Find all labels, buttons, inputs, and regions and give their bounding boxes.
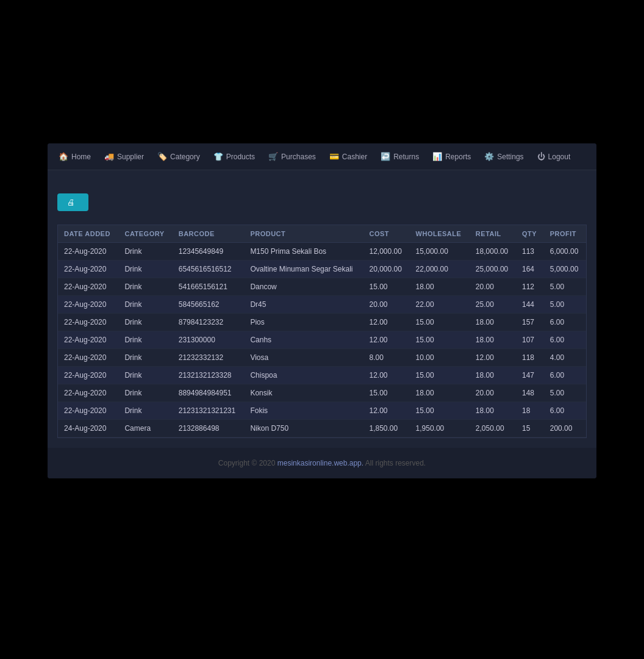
cell-cost: 12.00: [363, 402, 409, 420]
col-header-category: CATEGORY: [118, 225, 172, 243]
print-button[interactable]: 🖨: [57, 193, 88, 211]
col-header-wholesale: WHOLESALE: [410, 225, 470, 243]
cell-product: Konsik: [244, 384, 363, 402]
cell-wholesale: 15,000.00: [410, 243, 470, 261]
cell-retail: 18.00: [470, 314, 516, 331]
cell-profit: 5.00: [544, 384, 586, 402]
home-icon: 🏠: [59, 152, 68, 161]
nav-item-reports[interactable]: 📊Reports: [426, 148, 477, 165]
nav-item-products[interactable]: 👕Products: [207, 148, 261, 165]
nav-label-returns: Returns: [393, 153, 419, 161]
reports-icon: 📊: [432, 152, 442, 161]
cell-date_added: 22-Aug-2020: [58, 243, 118, 261]
cell-qty: 164: [516, 261, 544, 278]
nav-item-supplier[interactable]: 🚚Supplier: [98, 148, 150, 165]
table-row: 22-Aug-2020Drink21231321321231Fokis12.00…: [58, 402, 586, 420]
cell-cost: 1,850.00: [363, 420, 409, 438]
cell-wholesale: 15.00: [410, 314, 470, 331]
footer-suffix: All rights reserved.: [363, 459, 426, 467]
cell-qty: 18: [516, 402, 544, 420]
table-row: 22-Aug-2020Drink6545616516512Ovaltine Mi…: [58, 261, 586, 278]
app-container: 🏠Home🚚Supplier🏷️Category👕Products🛒Purcha…: [48, 143, 596, 478]
cell-barcode: 5845665162: [173, 296, 245, 314]
cell-qty: 15: [516, 420, 544, 438]
main-content: 🖨 DATE ADDEDCATEGORYBARCODEPRODUCTCOSTWH…: [48, 170, 596, 448]
table-row: 24-Aug-2020Camera2132886498Nikon D7501,8…: [58, 420, 586, 438]
cell-date_added: 22-Aug-2020: [58, 331, 118, 349]
cell-cost: 12.00: [363, 331, 409, 349]
table-row: 22-Aug-2020Drink231300000Canhs12.0015.00…: [58, 331, 586, 349]
cell-qty: 157: [516, 314, 544, 331]
cell-barcode: 6545616516512: [173, 261, 245, 278]
nav-item-home[interactable]: 🏠Home: [52, 148, 97, 165]
products-icon: 👕: [213, 152, 223, 161]
cell-retail: 25.00: [470, 296, 516, 314]
purchases-icon: 🛒: [268, 152, 278, 161]
cell-wholesale: 10.00: [410, 349, 470, 367]
cell-cost: 12.00: [363, 367, 409, 384]
cell-date_added: 22-Aug-2020: [58, 402, 118, 420]
table-header-row: DATE ADDEDCATEGORYBARCODEPRODUCTCOSTWHOL…: [58, 225, 586, 243]
cell-category: Drink: [118, 349, 172, 367]
cell-category: Drink: [118, 367, 172, 384]
cell-retail: 18.00: [470, 402, 516, 420]
table-body: 22-Aug-2020Drink12345649849M150 Prima Se…: [58, 243, 586, 438]
cell-cost: 20,000.00: [363, 261, 409, 278]
cell-category: Drink: [118, 243, 172, 261]
cell-qty: 148: [516, 384, 544, 402]
nav-label-supplier: Supplier: [117, 153, 144, 161]
cell-product: Nikon D750: [244, 420, 363, 438]
nav-label-category: Category: [170, 153, 200, 161]
cell-cost: 8.00: [363, 349, 409, 367]
cell-retail: 18.00: [470, 367, 516, 384]
products-table-wrapper[interactable]: DATE ADDEDCATEGORYBARCODEPRODUCTCOSTWHOL…: [57, 225, 587, 438]
cell-qty: 112: [516, 278, 544, 296]
cell-category: Drink: [118, 278, 172, 296]
col-header-retail: RETAIL: [470, 225, 516, 243]
cell-profit: 5,000.00: [544, 261, 586, 278]
cell-wholesale: 15.00: [410, 367, 470, 384]
cell-category: Drink: [118, 314, 172, 331]
cell-date_added: 22-Aug-2020: [58, 349, 118, 367]
cell-cost: 12.00: [363, 314, 409, 331]
cell-product: Viosa: [244, 349, 363, 367]
col-header-profit: PROFIT: [544, 225, 586, 243]
supplier-icon: 🚚: [104, 152, 114, 161]
cell-date_added: 22-Aug-2020: [58, 261, 118, 278]
cell-barcode: 21231321321231: [173, 402, 245, 420]
cell-profit: 6.00: [544, 367, 586, 384]
cell-product: M150 Prima Sekali Bos: [244, 243, 363, 261]
nav-item-settings[interactable]: ⚙️Settings: [478, 148, 529, 165]
cell-date_added: 22-Aug-2020: [58, 296, 118, 314]
cell-profit: 6,000.00: [544, 243, 586, 261]
cell-qty: 107: [516, 331, 544, 349]
nav-label-purchases: Purchases: [281, 153, 316, 161]
footer-link[interactable]: mesinkasironline.web.app.: [277, 459, 363, 467]
cell-retail: 2,050.00: [470, 420, 516, 438]
cell-qty: 113: [516, 243, 544, 261]
cell-product: Dr45: [244, 296, 363, 314]
cell-product: Canhs: [244, 331, 363, 349]
table-row: 22-Aug-2020Drink8894984984951Konsik15.00…: [58, 384, 586, 402]
nav-item-logout[interactable]: ⏻Logout: [531, 148, 577, 165]
nav-item-cashier[interactable]: 💳Cashier: [323, 148, 373, 165]
cell-category: Drink: [118, 296, 172, 314]
cell-barcode: 12345649849: [173, 243, 245, 261]
cell-barcode: 87984123232: [173, 314, 245, 331]
table-row: 22-Aug-2020Drink87984123232Pios12.0015.0…: [58, 314, 586, 331]
cell-retail: 12.00: [470, 349, 516, 367]
cell-wholesale: 15.00: [410, 402, 470, 420]
cell-wholesale: 18.00: [410, 278, 470, 296]
footer: Copyright © 2020 mesinkasironline.web.ap…: [48, 448, 596, 478]
cell-date_added: 24-Aug-2020: [58, 420, 118, 438]
col-header-barcode: BARCODE: [173, 225, 245, 243]
cell-category: Drink: [118, 261, 172, 278]
nav-item-returns[interactable]: ↩️Returns: [374, 148, 425, 165]
cell-date_added: 22-Aug-2020: [58, 367, 118, 384]
table-row: 22-Aug-2020Drink2132132123328Chispoa12.0…: [58, 367, 586, 384]
nav-item-category[interactable]: 🏷️Category: [151, 148, 206, 165]
cell-cost: 15.00: [363, 278, 409, 296]
nav-item-purchases[interactable]: 🛒Purchases: [262, 148, 322, 165]
cell-wholesale: 15.00: [410, 331, 470, 349]
settings-icon: ⚙️: [484, 152, 494, 161]
